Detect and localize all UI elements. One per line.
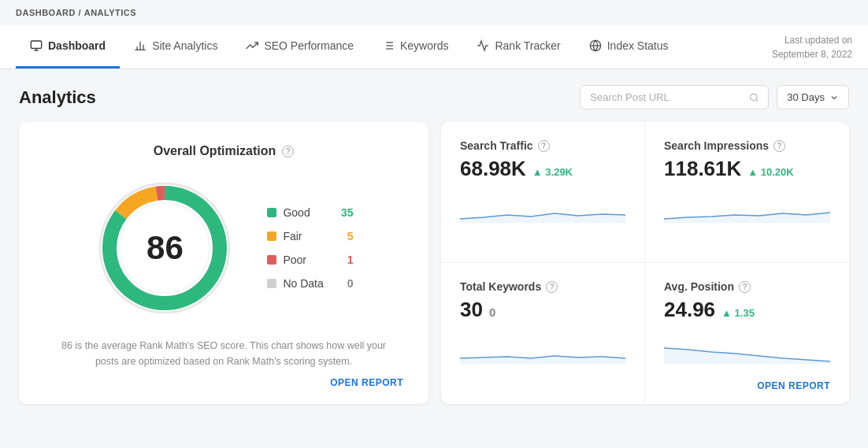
- avg-position-info-icon[interactable]: ?: [739, 281, 751, 293]
- trending-icon: [246, 39, 258, 52]
- svg-line-16: [755, 99, 757, 101]
- svg-point-15: [750, 94, 756, 100]
- metric-search-impressions: Search Impressions ? 118.61K ▲ 10.20K: [645, 122, 849, 263]
- optimization-title: Overall Optimization ?: [154, 144, 295, 158]
- legend-good: Good 35: [267, 206, 353, 219]
- search-icon: [749, 92, 759, 103]
- poor-value: 1: [347, 254, 354, 266]
- tab-dashboard[interactable]: Dashboard: [16, 25, 120, 68]
- total-keywords-chart: [460, 328, 625, 364]
- fair-value: 5: [347, 230, 354, 243]
- tab-keywords[interactable]: Keywords: [368, 25, 462, 68]
- avg-position-chart: [664, 328, 830, 364]
- chevron-down-icon: [829, 93, 839, 102]
- metric-search-traffic: Search Traffic ? 68.98K ▲ 3.29K: [441, 122, 645, 263]
- nav-tabs: Dashboard Site Analytics SEO Performance…: [16, 25, 683, 68]
- globe-icon: [589, 39, 602, 52]
- total-keywords-change: 0: [489, 305, 495, 319]
- search-impressions-info-icon[interactable]: ?: [773, 140, 785, 152]
- breadcrumb-current: ANALYTICS: [84, 8, 136, 17]
- breadcrumb-dashboard[interactable]: DASHBOARD: [16, 8, 76, 17]
- optimization-info-icon[interactable]: ?: [282, 146, 294, 157]
- tab-index-status[interactable]: Index Status: [575, 25, 683, 68]
- nav-bar: Dashboard Site Analytics SEO Performance…: [0, 25, 868, 69]
- monitor-icon: [30, 39, 43, 52]
- breadcrumb: DASHBOARD / ANALYTICS: [0, 0, 868, 25]
- optimization-description: 86 is the average Rank Math's SEO score.…: [58, 338, 389, 369]
- legend-poor: Poor 1: [267, 254, 353, 266]
- page-title: Analytics: [19, 87, 96, 108]
- tab-rank-tracker[interactable]: Rank Tracker: [462, 25, 574, 68]
- legend-nodata: No Data 0: [267, 277, 353, 290]
- search-traffic-chart: [460, 187, 625, 223]
- list-icon: [382, 39, 395, 52]
- open-report-left[interactable]: OPEN REPORT: [330, 377, 403, 388]
- search-impressions-change: ▲ 10.20K: [747, 166, 793, 178]
- bar-chart-icon: [134, 39, 147, 52]
- activity-icon: [477, 39, 489, 52]
- header-controls: 30 Days: [580, 85, 849, 109]
- main-content: Overall Optimization ?: [0, 122, 868, 423]
- nodata-dot: [267, 279, 276, 288]
- nodata-value: 0: [347, 277, 354, 290]
- search-impressions-chart: [664, 187, 830, 223]
- metric-avg-position: Avg. Position ? 24.96 ▲ 1.35 OPEN REPORT: [645, 263, 849, 404]
- days-dropdown[interactable]: 30 Days: [777, 85, 849, 109]
- search-input[interactable]: [590, 91, 742, 103]
- optimization-legend: Good 35 Fair 5 Poor 1: [267, 206, 353, 290]
- svg-rect-0: [31, 41, 41, 48]
- good-value: 35: [341, 206, 354, 219]
- legend-fair: Fair 5: [267, 230, 353, 243]
- tab-seo-performance[interactable]: SEO Performance: [232, 25, 368, 68]
- last-updated: Last updated on September 8, 2022: [772, 33, 852, 61]
- donut-score: 86: [147, 229, 184, 267]
- fair-dot: [267, 231, 276, 241]
- search-box[interactable]: [580, 85, 769, 109]
- donut-container: 86: [94, 177, 236, 319]
- metrics-card: Search Traffic ? 68.98K ▲ 3.29K Search I…: [441, 122, 849, 404]
- good-dot: [267, 208, 276, 217]
- optimization-card: Overall Optimization ?: [19, 122, 428, 404]
- avg-position-change: ▲ 1.35: [721, 307, 755, 319]
- metric-total-keywords: Total Keywords ? 30 0: [441, 263, 645, 404]
- search-traffic-info-icon[interactable]: ?: [538, 140, 550, 152]
- total-keywords-info-icon[interactable]: ?: [546, 281, 558, 293]
- search-traffic-change: ▲ 3.29K: [532, 166, 573, 178]
- open-report-right[interactable]: OPEN REPORT: [757, 380, 830, 391]
- poor-dot: [267, 255, 276, 265]
- donut-section: 86 Good 35 Fair 5: [94, 177, 353, 319]
- page-header: Analytics 30 Days: [0, 69, 868, 122]
- tab-site-analytics[interactable]: Site Analytics: [120, 25, 232, 68]
